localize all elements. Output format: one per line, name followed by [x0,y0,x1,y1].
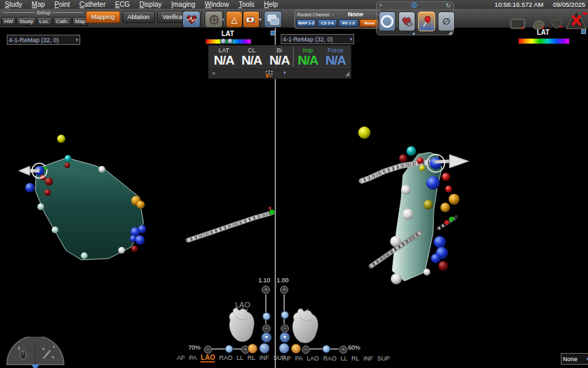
map-point-darkred[interactable] [45,178,53,186]
chevron-down-icon[interactable]: ▾ [283,70,286,76]
map-point-white[interactable] [118,247,125,254]
map-point-darkred[interactable] [399,154,407,163]
menu-display[interactable]: Display [135,1,167,8]
map-point-cyan[interactable] [65,155,71,162]
resize-grip-icon[interactable]: ◢ [449,30,452,35]
erase-points-button[interactable] [398,12,415,31]
orientation-sup[interactable]: SUP [377,355,390,362]
orientation-rao[interactable]: RAO [219,354,232,363]
channel-button-rv1-2[interactable]: RV 1-2 [339,19,358,27]
mode-button-mapping[interactable]: Mapping [86,11,120,23]
map-point-blue[interactable] [25,183,35,193]
orientation-ap[interactable]: AP [177,354,185,363]
menu-ecg[interactable]: ECG [110,1,135,8]
setup-button-hw[interactable]: HW [1,17,16,26]
right-orange-sphere-button[interactable] [291,344,301,354]
left-zoom-in-button[interactable]: + [262,286,270,294]
map-point-blue[interactable] [431,254,440,263]
map-point-blue[interactable] [131,227,140,237]
navigation-compass[interactable] [4,337,67,368]
map-point-yellow[interactable] [419,165,425,171]
location-setup-button[interactable] [205,11,223,28]
right-rotate-sphere-button[interactable] [279,343,290,354]
right-zoom-slider-handle[interactable] [281,311,289,319]
orientation-lao[interactable]: LAO [201,354,215,363]
right-collapse-button[interactable]: ▾ [279,332,290,343]
map-point-red[interactable] [417,157,423,164]
prev-channel-arrow[interactable]: ‹ [332,12,334,18]
map-point-yellow[interactable] [358,127,370,139]
map-point-white[interactable] [401,185,411,195]
map-point-white[interactable] [390,236,401,247]
colorbar-handle[interactable] [227,38,233,44]
map-point-darkred[interactable] [131,246,138,252]
chevron-down-icon[interactable]: ▾ [259,17,262,22]
map-point-blue[interactable] [426,176,440,190]
mode-button-ablation[interactable]: Ablation [122,11,156,23]
left-view-map-shell[interactable] [35,158,143,260]
orientation-pa[interactable]: PA [295,355,302,362]
map-point-gold[interactable] [449,194,460,205]
orientation-inf[interactable]: INF [260,354,270,363]
orientation-ll[interactable]: LL [237,354,243,363]
resize-grip-icon[interactable]: ◢ [345,71,349,77]
channel-button-map1-2[interactable]: MAP 1-2 [296,19,316,27]
map-point-paleteal[interactable] [52,227,58,233]
reference-heart-left[interactable] [228,306,257,343]
menu-point[interactable]: Point [50,1,75,8]
snapshot-button[interactable] [243,11,260,28]
left-scale-minus-button[interactable]: − [204,346,212,354]
close-icon[interactable]: × [379,3,382,7]
map-point-blue[interactable] [135,235,145,245]
close-icon[interactable]: × [212,70,215,76]
right-zoom-slider-track[interactable] [283,295,285,324]
lasso-select-button[interactable] [379,12,396,31]
undock-icon[interactable] [271,31,275,35]
map-point-white[interactable] [391,273,402,284]
setup-button-loc[interactable]: Loc. [37,17,52,26]
menu-help[interactable]: Help [259,1,283,8]
map-point-cyan[interactable] [407,146,416,156]
map-point-yellow[interactable] [57,135,65,143]
map-point-paleteal[interactable] [37,203,44,210]
menu-study[interactable]: Study [0,1,27,8]
right-scale-plus-button[interactable]: + [339,346,347,354]
orientation-rl[interactable]: RL [247,354,256,363]
channel-button-cs5-6[interactable]: CS 5-6 [317,19,337,27]
menu-map[interactable]: Map [27,1,50,8]
map-point-white[interactable] [402,209,413,220]
map-point-blue[interactable] [434,236,446,248]
chevron-down-icon[interactable]: ▾ [413,31,415,37]
orientation-rl[interactable]: RL [351,355,360,362]
map-point-red[interactable] [445,186,452,193]
heart-status[interactable]: × [550,18,565,33]
menu-catheter[interactable]: Catheter [75,1,110,8]
catheter-dome-button[interactable]: △ [226,11,243,28]
map-point-paleteal[interactable] [81,252,88,259]
map-selector-left[interactable]: 4-1-ReMap (32, 0) ▾ [7,35,80,45]
map-point-olive[interactable] [423,200,433,210]
ecg-heart-button[interactable] [182,11,201,28]
setup-button-study[interactable]: Study [16,17,35,26]
left-orange-sphere-button[interactable] [247,344,258,354]
map-point-gold[interactable] [440,203,450,212]
bottom-right-dropdown[interactable]: None ▾ [561,353,588,365]
menu-imaging[interactable]: Imaging [167,1,201,8]
right-scale-minus-button[interactable]: − [302,346,310,354]
mesh-status[interactable]: × [531,19,547,34]
map-point-darkred[interactable] [438,261,448,271]
left-collapse-button[interactable]: ▾ [261,332,272,343]
map-point-red[interactable] [442,173,450,181]
gear-icon[interactable]: ⚙ [411,1,418,10]
catheter-grid-icon[interactable] [264,69,273,78]
left-zoom-slider-handle[interactable] [262,312,271,320]
right-scale-slider-handle[interactable] [322,345,330,353]
pin-tool-button[interactable] [418,12,435,31]
rotate-icon[interactable]: ↻ [445,2,451,9]
null-point-button[interactable]: ∅ [438,12,455,31]
colorbar-handle[interactable] [220,38,226,44]
menu-window[interactable]: Window [200,1,234,8]
left-scale-slider-handle[interactable] [225,345,233,353]
map-selector-right[interactable]: 4-1-ReMap (32, 0) ▾ [281,34,354,44]
setup-button-cath[interactable]: Cath. [53,17,71,26]
